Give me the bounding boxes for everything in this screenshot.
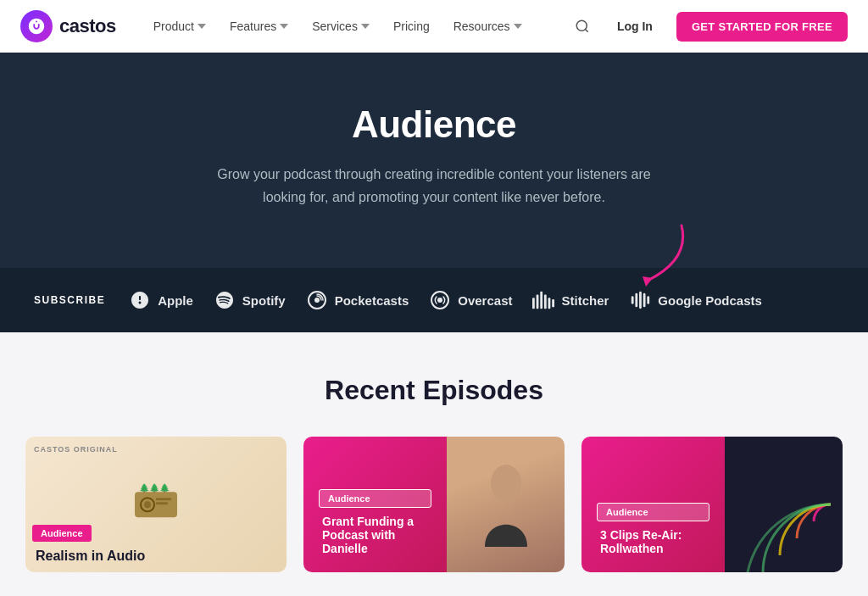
- concentric-rings-decoration: [737, 437, 831, 572]
- svg-text:🌲🌲🌲: 🌲🌲🌲: [139, 483, 170, 494]
- stitcher-icon: [532, 289, 554, 311]
- stitcher-link[interactable]: Stitcher: [532, 289, 609, 311]
- spotify-label: Spotify: [242, 293, 286, 308]
- spotify-link[interactable]: Spotify: [214, 289, 286, 311]
- overcast-label: Overcast: [458, 293, 512, 308]
- svg-rect-12: [632, 297, 634, 304]
- radio-illustration: 🌲🌲🌲: [131, 480, 181, 522]
- logo-icon: [20, 10, 53, 42]
- overcast-icon: [429, 289, 451, 311]
- recent-episodes-section: Recent Episodes castos ORIGINAL: [0, 332, 868, 596]
- nav-item-services[interactable]: Services: [302, 14, 380, 38]
- card3-badge: Audience: [597, 503, 709, 521]
- recent-episodes-title: Recent Episodes: [25, 375, 843, 406]
- svg-rect-20: [156, 499, 171, 501]
- card1-badge: Audience: [32, 525, 92, 542]
- subscribe-label: SUBSCRIBE: [34, 294, 105, 306]
- episodes-grid: castos ORIGINAL 🌲🌲🌲: [25, 437, 843, 572]
- svg-rect-8: [541, 292, 543, 309]
- nav-links: Product Features Services Pricing Resour…: [143, 14, 571, 38]
- card-image-1: castos ORIGINAL 🌲🌲🌲: [25, 437, 287, 572]
- google-podcasts-icon: [629, 289, 651, 311]
- nav-item-resources[interactable]: Resources: [443, 14, 532, 38]
- episode-card-3[interactable]: Audience 3 Clips Re-Air: Rollwathen: [581, 437, 843, 572]
- svg-rect-11: [553, 299, 555, 307]
- pocketcasts-link[interactable]: Pocketcasts: [306, 289, 409, 311]
- hero-subtitle: Grow your podcast through creating incre…: [214, 163, 654, 209]
- svg-point-5: [437, 298, 442, 303]
- svg-point-3: [314, 298, 320, 303]
- svg-rect-10: [548, 298, 551, 309]
- chevron-down-icon: [198, 22, 206, 31]
- svg-rect-14: [639, 292, 642, 309]
- svg-point-19: [144, 502, 151, 509]
- chevron-down-icon: [361, 22, 370, 31]
- castos-original-label: castos ORIGINAL: [34, 445, 118, 454]
- card-image-2: Audience Grant Funding a Podcast with Da…: [303, 437, 565, 572]
- logo-text: castos: [59, 15, 116, 37]
- card1-title: Realism in Audio: [25, 549, 287, 572]
- search-button[interactable]: [571, 15, 593, 37]
- pocketcasts-label: Pocketcasts: [335, 293, 409, 308]
- hero-section: Audience Grow your podcast through creat…: [0, 53, 868, 268]
- hero-title: Audience: [17, 103, 851, 146]
- card2-title: Grant Funding a Podcast with Danielle: [312, 515, 438, 564]
- apple-label: Apple: [158, 293, 193, 308]
- svg-marker-1: [643, 276, 653, 287]
- svg-rect-13: [636, 293, 638, 308]
- card2-badge: Audience: [319, 489, 431, 508]
- chevron-down-icon: [514, 22, 522, 31]
- nav-right: Log In GET STARTED FOR FREE: [571, 12, 848, 42]
- logo[interactable]: castos: [20, 10, 116, 42]
- navbar: castos Product Features Services Pricing…: [0, 0, 868, 53]
- svg-rect-21: [156, 503, 168, 505]
- svg-rect-16: [648, 297, 650, 304]
- episode-card-2[interactable]: Audience Grant Funding a Podcast with Da…: [303, 437, 565, 572]
- nav-item-pricing[interactable]: Pricing: [383, 14, 440, 38]
- get-started-button[interactable]: GET STARTED FOR FREE: [676, 12, 848, 42]
- stitcher-label: Stitcher: [561, 293, 609, 308]
- login-button[interactable]: Log In: [607, 13, 663, 40]
- apple-icon: [129, 289, 151, 311]
- episode-card-1[interactable]: castos ORIGINAL 🌲🌲🌲: [25, 437, 287, 572]
- spotify-icon: [214, 289, 236, 311]
- nav-item-features[interactable]: Features: [220, 14, 298, 38]
- svg-rect-7: [537, 295, 539, 309]
- chevron-down-icon: [280, 22, 288, 31]
- svg-point-23: [491, 465, 521, 502]
- pocketcasts-icon: [306, 289, 328, 311]
- nav-item-product[interactable]: Product: [143, 14, 216, 38]
- overcast-link[interactable]: Overcast: [429, 289, 512, 311]
- person-silhouette: [481, 462, 531, 547]
- google-podcasts-label: Google Podcasts: [658, 293, 762, 308]
- card3-title: 3 Clips Re-Air: Rollwathen: [590, 528, 716, 564]
- svg-rect-15: [643, 293, 646, 308]
- google-podcasts-link[interactable]: Google Podcasts: [629, 289, 762, 311]
- podcast-links: Apple Spotify Pocketcasts: [129, 289, 834, 311]
- svg-point-0: [576, 20, 587, 31]
- search-icon: [575, 19, 590, 34]
- svg-rect-6: [532, 298, 535, 309]
- card-image-3: Audience 3 Clips Re-Air: Rollwathen: [581, 437, 843, 572]
- apple-podcasts-link[interactable]: Apple: [129, 289, 193, 311]
- subscribe-bar: SUBSCRIBE Apple Spotify: [0, 268, 868, 332]
- svg-rect-9: [544, 295, 547, 309]
